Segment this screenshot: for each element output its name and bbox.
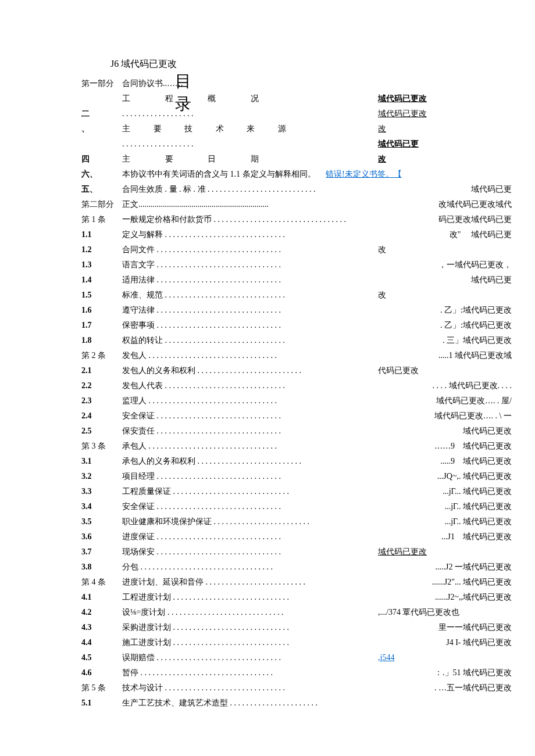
toc-row: 2.3监理人 . . . . . . . . . . . . . . . . .…: [81, 393, 366, 409]
toc-page-ref: ......J2~,,域代码已更改: [378, 590, 512, 605]
toc-number: 2.3: [81, 393, 122, 409]
toc-number: 4.2: [81, 605, 122, 620]
toc-row: 第一部分合同协议书..……: [81, 76, 366, 91]
toc-number: 3.3: [81, 484, 122, 499]
toc-text: 分包 . . . . . . . . . . . . . . . . . . .…: [122, 560, 366, 575]
toc-number: 、: [81, 121, 122, 137]
main-title: 目录: [174, 70, 192, 115]
toc-row: 4.3采购进度计划 . . . . . . . . . . . . . . . …: [81, 620, 366, 635]
toc-row: 3.4安全保证 . . . . . . . . . . . . . . . . …: [81, 499, 366, 514]
toc-row: . . . . . . . . . . . . . . . . . .: [81, 137, 366, 152]
toc-row: 4.1工程进度计划 . . . . . . . . . . . . . . . …: [81, 590, 366, 605]
toc-text: 设⅛=度计划 . . . . . . . . . . . . . . . . .…: [122, 605, 366, 620]
toc-text: 安全保证 . . . . . . . . . . . . . . . . . .…: [122, 499, 366, 514]
toc-row: 1.5标准、规范 . . . . . . . . . . . . . . . .…: [81, 288, 366, 303]
toc-page-ref: 里一一域代码已更改: [378, 620, 512, 635]
toc-text: 合同生效质 . 量 . 标 . 准 . . . . . . . . . . . …: [122, 182, 366, 197]
toc-row: 1.1定义与解释 . . . . . . . . . . . . . . . .…: [81, 227, 366, 242]
toc-text: 承包人 . . . . . . . . . . . . . . . . . . …: [122, 439, 366, 454]
toc-page-ref: 改: [378, 288, 512, 303]
toc-text: 语言文字 . . . . . . . . . . . . . . . . . .…: [122, 257, 366, 273]
toc-text: 主 要 日 期: [122, 152, 366, 167]
document-page: J6 域代码已更改 目录 第一部分合同协议书..……工 程 概 况二. . . …: [0, 0, 535, 734]
toc-row: 2.5保安责任 . . . . . . . . . . . . . . . . …: [81, 424, 366, 439]
toc-right-column: 域代码已更改域代码已更改改域代码已更改错误!未定义书签。【域代码已更改域代码已更…: [366, 76, 512, 711]
toc-number: 4.5: [81, 650, 122, 665]
toc-text: . . . . . . . . . . . . . . . . . .: [122, 137, 366, 152]
toc-number: 2.4: [81, 409, 122, 424]
toc-page-ref: . 三」域代码已更改: [378, 333, 512, 348]
toc-number: 4.1: [81, 590, 122, 605]
toc-row: 第 4 条进度计划、延误和音停 . . . . . . . . . . . . …: [81, 575, 366, 590]
toc-text: 职业健康和环境保护保证 . . . . . . . . . . . . . . …: [122, 514, 366, 529]
toc-text: 安全保证 . . . . . . . . . . . . . . . . . .…: [122, 409, 366, 424]
toc-row: 1.2合同文件 . . . . . . . . . . . . . . . . …: [81, 242, 366, 257]
toc-text: 主 要 技 术 来 源: [122, 121, 366, 137]
toc-page-ref: 域代码已更改…. . 屋/: [378, 393, 512, 409]
toc-row: 第 3 条承包人 . . . . . . . . . . . . . . . .…: [81, 439, 366, 454]
toc-number: 四: [81, 152, 122, 167]
toc-text: 技术与设计 . . . . . . . . . . . . . . . . . …: [122, 680, 366, 696]
header-title: J6 域代码已更改: [110, 58, 512, 70]
toc-row: 2.2发包人代表 . . . . . . . . . . . . . . . .…: [81, 378, 366, 393]
toc-row: 工 程 概 况: [81, 91, 366, 106]
toc-number: 3.5: [81, 514, 122, 529]
toc-page-ref: 域代码已更改: [378, 106, 512, 121]
toc-row: 3.8分包 . . . . . . . . . . . . . . . . . …: [81, 560, 366, 575]
toc-number: 1.8: [81, 333, 122, 348]
toc-text: 权益的转让 . . . . . . . . . . . . . . . . . …: [122, 333, 366, 348]
toc-page-ref: ...JQ~,. 域代码已更改: [378, 469, 512, 484]
toc-number: 3.8: [81, 560, 122, 575]
toc-page-ref: ...jΓ... 域代码已更改: [378, 484, 512, 499]
toc-number: 4.6: [81, 665, 122, 680]
toc-row: 4.5误期赔偿 . . . . . . . . . . . . . . . . …: [81, 650, 366, 665]
toc-number: 3.4: [81, 499, 122, 514]
toc-number: 1.6: [81, 303, 122, 318]
toc-number: 第 3 条: [81, 439, 122, 454]
toc-text: 定义与解释 . . . . . . . . . . . . . . . . . …: [122, 227, 366, 242]
toc-text: 保密事项 . . . . . . . . . . . . . . . . . .…: [122, 318, 366, 333]
toc-row: 3.1承包人的义务和权利 . . . . . . . . . . . . . .…: [81, 454, 366, 469]
toc-page-ref: ...jΓ.. 域代码已更改: [378, 514, 512, 529]
toc-text: 正文......................................…: [122, 197, 366, 212]
toc-row: 二. . . . . . . . . . . . . . . . . .: [81, 106, 366, 121]
toc-page-ref: 代码已更改: [378, 363, 512, 378]
toc-text: 遵守法律 . . . . . . . . . . . . . . . . . .…: [122, 303, 366, 318]
toc-page-ref: ,j544: [378, 650, 512, 665]
toc-row: 1.4适用法律 . . . . . . . . . . . . . . . . …: [81, 273, 366, 288]
toc-row: 1.8权益的转让 . . . . . . . . . . . . . . . .…: [81, 333, 366, 348]
toc-page-ref: 域代码已更改…. . \ 一: [378, 409, 512, 424]
toc-page-ref: 错误!未定义书签。【: [326, 167, 459, 182]
toc-text: 现场保安 . . . . . . . . . . . . . . . . . .…: [122, 544, 366, 560]
toc-page-ref: ...jΓ.. 域代码已更改: [378, 499, 512, 514]
toc-page-ref: [378, 76, 512, 91]
toc-text: 发包人 . . . . . . . . . . . . . . . . . . …: [122, 348, 366, 363]
toc-number: 1.2: [81, 242, 122, 257]
toc-number: 4.3: [81, 620, 122, 635]
toc-text: 标准、规范 . . . . . . . . . . . . . . . . . …: [122, 288, 366, 303]
toc-number: 1.1: [81, 227, 122, 242]
toc-text: 进度计划、延误和音停 . . . . . . . . . . . . . . .…: [122, 575, 366, 590]
toc-number: 1.5: [81, 288, 122, 303]
toc-row: 六、本协议书中有关词语的含义与 1.1 条定义与解释相同。: [81, 167, 366, 182]
toc-number: 3.6: [81, 529, 122, 544]
toc-number: 1.7: [81, 318, 122, 333]
toc-number: 第 2 条: [81, 348, 122, 363]
toc-row: 1.7保密事项 . . . . . . . . . . . . . . . . …: [81, 318, 366, 333]
toc-row: 五、合同生效质 . 量 . 标 . 准 . . . . . . . . . . …: [81, 182, 366, 197]
toc-text: 一般规定价格和付款货币 . . . . . . . . . . . . . . …: [122, 212, 366, 227]
toc-number: 二: [81, 106, 122, 121]
toc-page-ref: 改: [378, 152, 512, 167]
toc-text: 工程进度计划 . . . . . . . . . . . . . . . . .…: [122, 590, 366, 605]
toc-page-ref: .....J2 一域代码已更改: [378, 560, 512, 575]
toc-page-ref: 域代码已更: [378, 182, 512, 197]
toc-number: 1.4: [81, 273, 122, 288]
toc-row: 第 5 条技术与设计 . . . . . . . . . . . . . . .…: [81, 680, 366, 696]
toc-text: 工 程 概 况: [122, 91, 366, 106]
toc-page-ref: 改域代码已更改域代: [378, 197, 512, 212]
toc-text: 施工进度计划 . . . . . . . . . . . . . . . . .…: [122, 635, 366, 650]
toc-row: 第 2 条发包人 . . . . . . . . . . . . . . . .…: [81, 348, 366, 363]
toc-row: 四主 要 日 期: [81, 152, 366, 167]
toc-number: 1.3: [81, 257, 122, 273]
toc-text: 项目经理 . . . . . . . . . . . . . . . . . .…: [122, 469, 366, 484]
